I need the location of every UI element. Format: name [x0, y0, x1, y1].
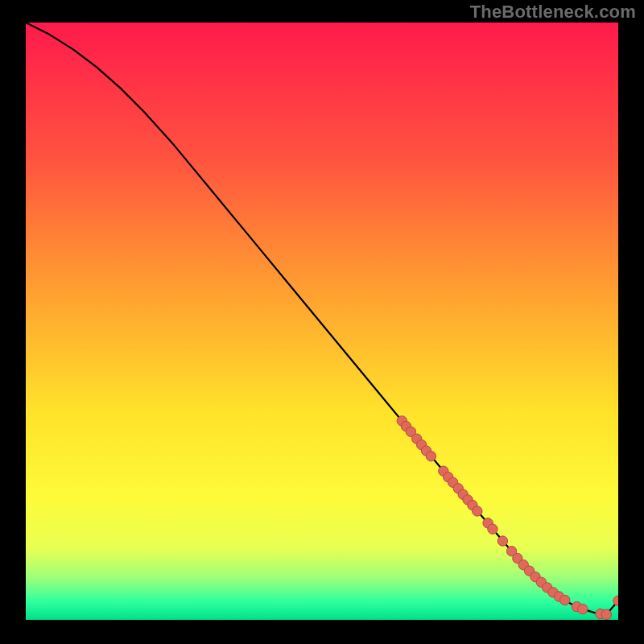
sample-dot [426, 451, 436, 460]
sample-dot [578, 604, 588, 613]
sample-dot [473, 506, 482, 516]
gradient-bg [26, 23, 618, 620]
sample-dot [488, 524, 497, 534]
chart-svg [26, 23, 618, 620]
chart-frame: TheBottleneck.com [0, 0, 644, 644]
plot-area [26, 23, 618, 620]
sample-dot [601, 609, 611, 619]
sample-dot [560, 595, 570, 605]
sample-dot [497, 536, 507, 546]
watermark-text: TheBottleneck.com [470, 2, 636, 23]
